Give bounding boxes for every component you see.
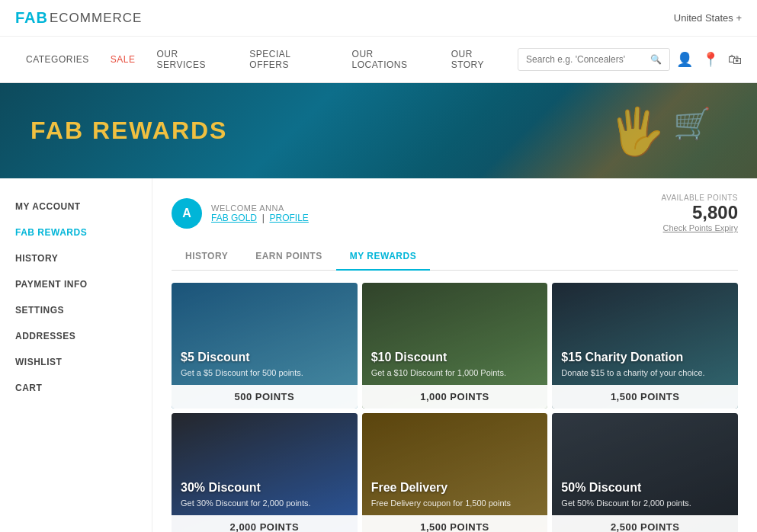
user-points: AVAILABLE POINTS 5,800 Check Points Expi… — [662, 194, 738, 232]
reward-card-charity[interactable]: $15 Charity Donation Donate $15 to a cha… — [552, 283, 738, 409]
user-icon[interactable]: 👤 — [676, 51, 693, 68]
card-content-1: $5 Discount Get a $5 Discount for 500 po… — [172, 343, 358, 385]
sidebar-item-settings[interactable]: SETTINGS — [15, 297, 136, 323]
nav-bar: CATEGORIES SALE OUR SERVICES SPECIAL OFF… — [0, 37, 757, 83]
cart-icon[interactable]: 🛍 — [728, 52, 742, 68]
card-content-5: Free Delivery Free Delivery coupon for 1… — [362, 473, 548, 515]
reward-card-5-discount[interactable]: $5 Discount Get a $5 Discount for 500 po… — [172, 283, 358, 409]
reward-points-6: 2,500 POINTS — [552, 515, 738, 532]
rewards-grid: $5 Discount Get a $5 Discount for 500 po… — [172, 283, 738, 532]
points-expiry-link[interactable]: Check Points Expiry — [662, 223, 738, 232]
search-input[interactable] — [526, 54, 646, 65]
sidebar-item-addresses[interactable]: ADDRESSES — [15, 323, 136, 349]
banner-hand-icon: 🖐 — [608, 104, 666, 158]
sidebar-item-fab-rewards[interactable]: FAB REWARDS — [15, 220, 136, 245]
reward-points-3: 1,500 POINTS — [552, 385, 738, 409]
sidebar-item-cart[interactable]: CART — [15, 375, 136, 401]
reward-card-30-discount[interactable]: 30% Discount Get 30% Discount for 2,000 … — [172, 413, 358, 532]
nav-special-offers[interactable]: SPECIAL OFFERS — [239, 37, 341, 82]
region-selector[interactable]: United States + — [674, 12, 742, 24]
reward-points-4: 2,000 POINTS — [172, 515, 358, 532]
user-info: WELCOME ANNA FAB GOLD | PROFILE — [211, 204, 309, 223]
banner-title: FAB REWARDS — [30, 117, 227, 145]
logo-rest: ECOMMERCE — [50, 11, 142, 26]
top-bar: FAB ECOMMERCE United States + — [0, 0, 757, 37]
location-icon[interactable]: 📍 — [702, 51, 719, 68]
logo[interactable]: FAB ECOMMERCE — [15, 9, 142, 27]
sidebar: MY ACCOUNT FAB REWARDS HISTORY PAYMENT I… — [0, 178, 152, 532]
reward-card-10-discount[interactable]: $10 Discount Get a $10 Discount for 1,00… — [362, 283, 548, 409]
tab-history[interactable]: HISTORY — [172, 245, 242, 271]
reward-card-free-delivery[interactable]: Free Delivery Free Delivery coupon for 1… — [362, 413, 548, 532]
nav-categories[interactable]: CATEGORIES — [15, 42, 100, 77]
welcome-label: WELCOME ANNA — [211, 204, 309, 213]
sidebar-item-payment-info[interactable]: PAYMENT INFO — [15, 271, 136, 297]
user-header: A WELCOME ANNA FAB GOLD | PROFILE AVAILA… — [172, 194, 738, 232]
reward-title-1: $5 Discount — [181, 351, 348, 364]
logo-fab: FAB — [15, 9, 48, 27]
tab-earn-points[interactable]: EARN POINTS — [242, 245, 336, 271]
reward-desc-1: Get a $5 Discount for 500 points. — [181, 367, 348, 379]
reward-points-5: 1,500 POINTS — [362, 515, 548, 532]
tier-label: FAB GOLD — [211, 213, 257, 223]
search-box[interactable]: 🔍 — [518, 48, 670, 71]
banner: FAB REWARDS 🖐 🛒 — [0, 83, 757, 178]
card-content-3: $15 Charity Donation Donate $15 to a cha… — [552, 343, 738, 385]
nav-our-story[interactable]: OUR STORY — [441, 37, 518, 82]
main-content: MY ACCOUNT FAB REWARDS HISTORY PAYMENT I… — [0, 178, 757, 532]
card-content-2: $10 Discount Get a $10 Discount for 1,00… — [362, 343, 548, 385]
sidebar-item-wishlist[interactable]: WISHLIST — [15, 349, 136, 375]
nav-icons: 👤 📍 🛍 — [676, 51, 742, 68]
reward-desc-2: Get a $10 Discount for 1,000 Points. — [371, 367, 539, 379]
sidebar-item-my-account[interactable]: MY ACCOUNT — [15, 194, 136, 220]
right-content: A WELCOME ANNA FAB GOLD | PROFILE AVAILA… — [152, 178, 757, 532]
points-value: 5,800 — [662, 202, 738, 223]
nav-our-services[interactable]: OUR SERVICES — [146, 37, 239, 82]
reward-title-2: $10 Discount — [371, 351, 539, 364]
card-content-4: 30% Discount Get 30% Discount for 2,000 … — [172, 473, 358, 515]
reward-title-5: Free Delivery — [371, 481, 539, 495]
reward-title-6: 50% Discount — [561, 481, 729, 495]
reward-desc-3: Donate $15 to a charity of your choice. — [561, 367, 729, 379]
nav-our-locations[interactable]: OUR LOCATIONS — [342, 37, 441, 82]
reward-desc-4: Get 30% Discount for 2,000 points. — [181, 498, 348, 509]
nav-links: CATEGORIES SALE OUR SERVICES SPECIAL OFF… — [15, 37, 518, 82]
profile-link[interactable]: PROFILE — [269, 213, 308, 223]
nav-sale[interactable]: SALE — [100, 42, 146, 77]
banner-cart-decoration: 🛒 — [673, 106, 711, 142]
rewards-tabs: HISTORY EARN POINTS MY REWARDS — [172, 245, 738, 271]
reward-points-2: 1,000 POINTS — [362, 385, 548, 409]
reward-desc-5: Free Delivery coupon for 1,500 points — [371, 498, 539, 509]
search-icon[interactable]: 🔍 — [650, 54, 662, 65]
points-label: AVAILABLE POINTS — [662, 194, 738, 202]
tab-my-rewards[interactable]: MY REWARDS — [336, 245, 430, 271]
user-tier: FAB GOLD | PROFILE — [211, 213, 309, 223]
nav-right: 🔍 👤 📍 🛍 — [518, 48, 742, 71]
sidebar-item-history[interactable]: HISTORY — [15, 245, 136, 271]
reward-title-3: $15 Charity Donation — [561, 351, 729, 364]
card-content-6: 50% Discount Get 50% Discount for 2,000 … — [552, 473, 738, 515]
reward-card-50-discount[interactable]: 50% Discount Get 50% Discount for 2,000 … — [552, 413, 738, 532]
reward-title-4: 30% Discount — [181, 481, 348, 495]
avatar: A — [172, 198, 202, 229]
reward-desc-6: Get 50% Discount for 2,000 points. — [561, 498, 729, 509]
reward-points-1: 500 POINTS — [172, 385, 358, 409]
banner-decoration — [452, 83, 757, 178]
user-left: A WELCOME ANNA FAB GOLD | PROFILE — [172, 198, 309, 229]
